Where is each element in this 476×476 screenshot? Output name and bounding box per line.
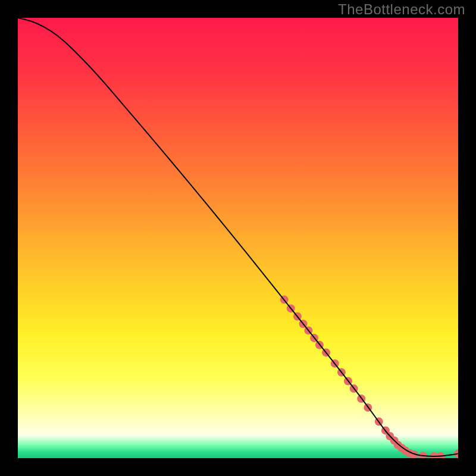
plot-area	[18, 18, 458, 458]
chart-stage: TheBottleneck.com	[0, 0, 476, 476]
gradient-background	[18, 18, 458, 458]
watermark-text: TheBottleneck.com	[338, 1, 465, 18]
chart-svg	[18, 18, 458, 458]
